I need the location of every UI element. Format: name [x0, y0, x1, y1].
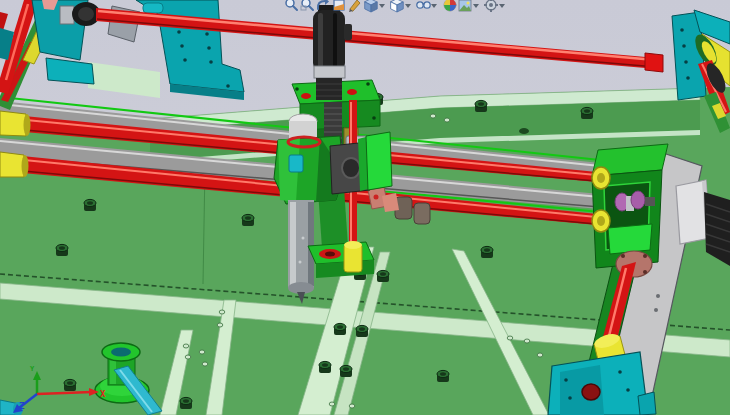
- shaft-collar: [60, 6, 74, 24]
- triad-z-label: Z: [19, 401, 25, 411]
- shaft-collar-right: [645, 53, 663, 72]
- apply-scene-icon[interactable]: [459, 0, 471, 11]
- view-orientation-icon[interactable]: [365, 0, 377, 12]
- section-view-icon[interactable]: [334, 0, 344, 10]
- teal-pin: [143, 3, 163, 13]
- shaft-end-cap: [0, 152, 24, 177]
- triad-x-label: X: [100, 389, 106, 399]
- shaft-end-cap: [0, 111, 26, 136]
- edit-appearance-icon[interactable]: [444, 0, 456, 11]
- cyan-fitting: [289, 155, 303, 172]
- display-style-icon[interactable]: [391, 0, 403, 12]
- cad-viewport[interactable]: Y X Z: [0, 0, 730, 415]
- motor-flange: [314, 66, 345, 78]
